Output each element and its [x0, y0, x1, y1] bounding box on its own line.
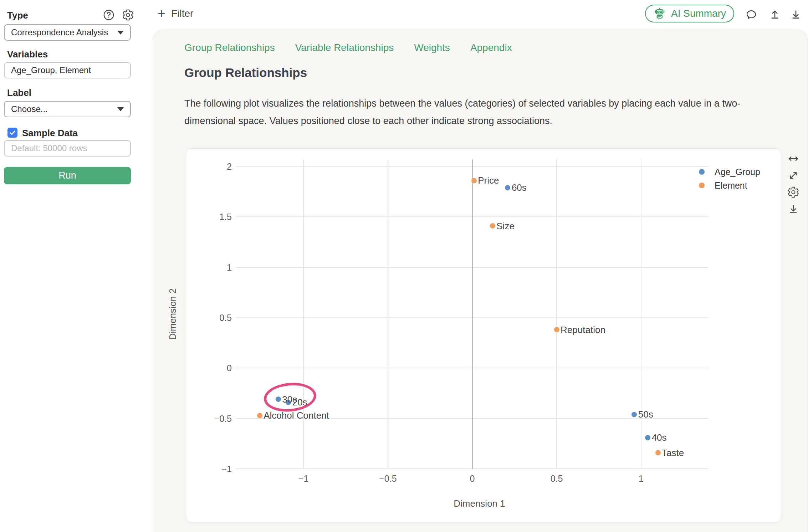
- expand-icon[interactable]: [787, 169, 799, 181]
- upload-icon[interactable]: [769, 9, 781, 21]
- data-point-40s: [645, 435, 650, 440]
- filter-label: Filter: [171, 8, 193, 19]
- tab-appendix[interactable]: Appendix: [470, 42, 512, 53]
- sample-rows-input[interactable]: Default: 50000 rows: [4, 140, 131, 157]
- type-label: Type: [7, 10, 28, 21]
- y-tick-label: −1: [193, 464, 232, 474]
- page-title: Group Relationships: [184, 66, 307, 80]
- gridline-x: [388, 159, 388, 469]
- gridline-x: [472, 159, 473, 469]
- sample-rows-placeholder: Default: 50000 rows: [11, 143, 87, 153]
- y-tick-label: 0: [193, 363, 232, 373]
- data-point-label: 40s: [652, 432, 667, 443]
- x-tick-label: 0: [451, 473, 494, 484]
- run-button[interactable]: Run: [4, 167, 131, 184]
- y-axis-title: Dimension 2: [167, 278, 178, 350]
- download-icon[interactable]: [787, 203, 799, 215]
- data-point-label: Reputation: [561, 324, 605, 336]
- chevron-down-icon: [117, 31, 124, 35]
- variables-input[interactable]: Age_Group, Element: [4, 62, 131, 78]
- chevron-down-icon: [117, 107, 124, 111]
- tab-variable-relationships[interactable]: Variable Relationships: [295, 42, 394, 53]
- gear-icon[interactable]: [122, 9, 134, 21]
- data-point-label: Price: [478, 175, 499, 186]
- data-point-50s: [631, 412, 637, 417]
- sample-data-label: Sample Data: [22, 128, 78, 139]
- sidebar: Type Correspondence Analysis Variables: [0, 0, 153, 532]
- data-point-label: 50s: [638, 409, 653, 420]
- legend-item-element[interactable]: Element: [699, 179, 760, 192]
- legend-label: Age_Group: [715, 167, 760, 177]
- legend-label: Element: [715, 180, 747, 191]
- legend-item-age_group[interactable]: Age_Group: [699, 165, 760, 179]
- plus-icon: +: [158, 7, 165, 20]
- gridline-x: [303, 159, 304, 469]
- label-select[interactable]: Choose...: [4, 101, 131, 117]
- data-point-price: [471, 178, 477, 183]
- download-icon[interactable]: [790, 9, 802, 21]
- y-tick-label: 0.5: [193, 312, 232, 323]
- ai-summary-label: AI Summary: [671, 8, 726, 19]
- type-select[interactable]: Correspondence Analysis: [4, 24, 131, 41]
- gridline-x: [556, 159, 557, 469]
- data-point-label: Alcohol Content: [264, 410, 329, 421]
- settings-icon[interactable]: [787, 186, 799, 198]
- x-axis-title: Dimension 1: [444, 498, 515, 509]
- type-select-value: Correspondence Analysis: [11, 27, 108, 37]
- sample-data-checkbox[interactable]: [7, 128, 17, 138]
- add-filter-button[interactable]: + Filter: [155, 6, 195, 21]
- variables-input-value: Age_Group, Element: [11, 65, 91, 75]
- tab-bar: Group RelationshipsVariable Relationship…: [184, 42, 512, 53]
- data-point-taste: [655, 450, 661, 455]
- gridline-x: [641, 159, 641, 469]
- report-panel: Group RelationshipsVariable Relationship…: [153, 30, 808, 532]
- label-select-value: Choose...: [11, 104, 48, 114]
- y-tick-label: 1: [193, 262, 232, 273]
- data-point-60s: [505, 185, 510, 190]
- data-point-alcohol-content: [257, 413, 262, 418]
- legend-dot: [699, 183, 705, 188]
- chat-icon[interactable]: [745, 9, 757, 21]
- data-point-label: Taste: [662, 447, 684, 459]
- y-tick-label: −0.5: [193, 413, 232, 424]
- app-root: Type Correspondence Analysis Variables: [0, 0, 808, 532]
- check-icon: [9, 129, 16, 137]
- scatter-plot: −1−0.500.511.52−1−0.500.51Dimension 1Dim…: [186, 149, 781, 522]
- ai-summary-button[interactable]: AI Summary: [645, 5, 734, 22]
- chart-legend: Age_GroupElement: [699, 165, 760, 192]
- help-icon[interactable]: [103, 9, 115, 21]
- x-tick-label: −0.5: [367, 473, 409, 484]
- robot-icon: [653, 7, 666, 20]
- section-description: The following plot visualizes the relati…: [184, 95, 783, 130]
- x-tick-label: 0.5: [535, 473, 578, 484]
- data-point-reputation: [554, 327, 559, 332]
- pan-horizontal-icon[interactable]: [787, 153, 799, 165]
- data-point-size: [490, 223, 495, 229]
- label-label: Label: [7, 87, 31, 98]
- legend-dot: [699, 169, 705, 175]
- y-tick-label: 1.5: [193, 211, 232, 222]
- tab-group-relationships[interactable]: Group Relationships: [184, 42, 275, 53]
- variables-label: Variables: [7, 49, 48, 60]
- data-point-label: 60s: [512, 182, 527, 193]
- tab-weights[interactable]: Weights: [414, 42, 450, 53]
- chart-card: −1−0.500.511.52−1−0.500.51Dimension 1Dim…: [186, 148, 781, 523]
- x-tick-label: 1: [620, 473, 663, 484]
- x-tick-label: −1: [282, 473, 325, 484]
- data-point-label: Size: [496, 220, 515, 232]
- chart-toolbar: [787, 153, 799, 215]
- y-tick-label: 2: [193, 161, 232, 172]
- data-point-label: 30s: [282, 394, 297, 405]
